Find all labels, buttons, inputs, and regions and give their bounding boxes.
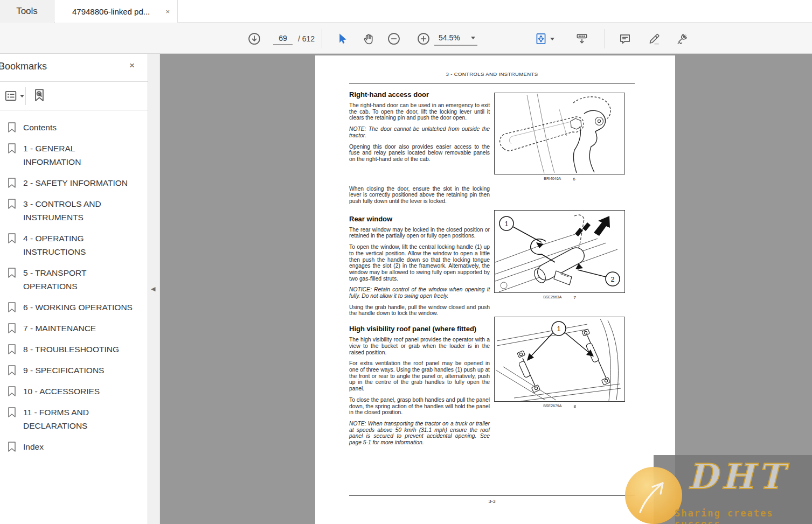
bookmark-item-13[interactable]: Index [0,436,144,457]
highlight-icon[interactable] [647,31,662,46]
tab-document-label: 47948806-linked pd... [72,7,161,16]
section-heading: High visibility roof panel (where fitted… [349,325,490,333]
bookmark-item-2[interactable]: 1 - GENERAL INFORMATION [0,138,144,172]
zoom-level-value: 54.5% [439,33,460,42]
bookmark-item-label: 11 - FORMS AND DECLARATIONS [23,406,135,432]
bookmark-item-3[interactable]: 2 - SAFETY INFORMATION [0,172,144,193]
figure-roof-panel: 1 BSE2679A 8 [494,317,625,409]
document-viewport[interactable]: 3 - CONTROLS AND INSTRUMENTS Right-hand … [160,54,812,524]
bookmark-item-5[interactable]: 4 - OPERATING INSTRUCTIONS [0,228,144,262]
select-tool-icon[interactable] [334,31,349,46]
note-paragraph: NOTICE: Retain control of the window whe… [349,287,490,299]
bookmark-item-1[interactable]: Contents [0,117,144,138]
bookmark-item-10[interactable]: 9 - SPECIFICATIONS [0,360,144,381]
bookmark-item-4[interactable]: 3 - CONTROLS AND INSTRUMENTS [0,193,144,228]
paragraph: To close the panel, grasp both handles a… [349,397,490,416]
bookmark-item-label: 8 - TROUBLESHOOTING [23,343,119,356]
sign-icon[interactable] [675,31,690,46]
bookmarks-toolbar [0,82,148,110]
bookmark-icon [7,407,17,418]
paragraph: Opening this door also provides easier a… [349,144,490,163]
watermark-tagline: Sharing creates success [675,508,812,524]
bookmark-item-label: 6 - WORKING OPERATIONS [23,301,133,314]
chevron-down-icon [471,37,475,39]
figure-rear-window: 1 2 BSE2663A 7 [494,210,625,300]
divider [25,87,26,105]
bookmark-icon [7,302,17,313]
bookmark-item-label: 5 - TRANSPORT OPERATIONS [23,266,135,293]
watermark-logo-text: DHT [688,456,787,497]
tab-tools-label: Tools [16,6,38,17]
paragraph: For extra ventilation the roof panel may… [349,360,490,392]
toolbar-divider [322,29,322,48]
footer-rule [349,495,635,496]
bookmark-item-11[interactable]: 10 - ACCESSORIES [0,381,144,402]
figure-number: 7 [573,295,575,300]
tab-document[interactable]: 47948806-linked pd... × [55,0,178,23]
tab-close-icon[interactable]: × [165,8,170,16]
bookmark-icon [7,323,17,334]
bookmark-item-label: 4 - OPERATING INSTRUCTIONS [23,232,135,258]
paragraph: The high visibility roof panel provides … [349,337,490,355]
paragraph: The rear window may be locked in the clo… [349,227,490,239]
zoom-level-select[interactable]: 54.5% [434,32,477,46]
bookmark-icon [7,177,17,188]
bookmarks-header: Bookmarks × [0,54,148,82]
hand-tool-icon[interactable] [361,31,376,46]
page-text-column: Right-hand access door The right-hand do… [349,83,490,451]
watermark-backdrop [654,455,812,524]
bookmark-icon [7,267,17,278]
bookmark-item-label: Contents [23,121,57,134]
bookmark-item-9[interactable]: 8 - TROUBLESHOOTING [0,339,144,360]
collapse-panel-icon[interactable]: ◀ [151,285,155,292]
bookmark-item-label: 7 - MAINTENANCE [23,322,96,335]
tab-bar: Tools 47948806-linked pd... × [0,0,812,23]
bookmark-item-7[interactable]: 6 - WORKING OPERATIONS [0,297,144,318]
bookmarks-list: Contents 1 - GENERAL INFORMATION 2 - SAF… [0,110,148,457]
bookmark-icon [7,233,17,244]
paragraph: Using the grab handle, pull the window c… [349,304,490,317]
bookmark-item-label: 3 - CONTROLS AND INSTRUMENTS [23,197,135,224]
bookmark-icon [7,441,17,452]
bookmark-icon [7,198,17,209]
section-heading: Right-hand access door [349,90,490,99]
figure-number: 8 [573,404,575,409]
zoom-out-icon[interactable] [386,31,401,46]
hide-toolbar-icon[interactable] [574,31,589,46]
bookmark-item-6[interactable]: 5 - TRANSPORT OPERATIONS [0,262,144,297]
bookmark-item-label: 2 - SAFETY INFORMATION [23,176,128,190]
close-icon[interactable]: × [129,60,135,71]
bookmark-item-12[interactable]: 11 - FORMS AND DECLARATIONS [0,402,144,436]
bookmark-item-8[interactable]: 7 - MAINTENANCE [0,318,144,339]
page-number-input[interactable] [273,32,293,45]
find-current-bookmark-icon[interactable] [31,87,47,103]
zoom-in-icon[interactable] [416,31,431,46]
figure-access-door: BRI4046A 6 [494,93,625,181]
chevron-down-icon [550,38,554,40]
paragraph: When closing the door, ensure the slot i… [349,186,490,205]
section-heading: Rear window [349,215,490,223]
svg-text:1: 1 [505,220,509,228]
panel-collapse-gutter[interactable]: ◀ [148,54,160,524]
figure-code: BSE2663A [543,295,561,300]
chevron-down-icon [20,95,24,97]
paragraph: To open the window, lift the central loc… [349,244,490,282]
bookmark-item-label: 10 - ACCESSORIES [23,385,100,398]
bookmark-icon [7,143,17,154]
main-area: Bookmarks × [0,54,812,524]
svg-text:1: 1 [557,325,561,333]
note-paragraph: NOTE: The door cannot be unlatched from … [349,126,490,138]
toolbar-divider [605,29,605,48]
page-running-header: 3 - CONTROLS AND INSTRUMENTS [349,71,635,77]
fit-page-icon[interactable] [532,31,556,46]
bookmark-icon [7,365,17,376]
download-icon[interactable] [247,31,262,46]
svg-text:2: 2 [611,276,615,283]
pdf-page: 3 - CONTROLS AND INSTRUMENTS Right-hand … [315,55,675,524]
bookmark-options-icon[interactable] [3,88,24,103]
toolbar: / 612 54.5% [0,23,812,54]
bookmark-icon [7,344,17,355]
page-folio: 3-3 [349,499,635,504]
comment-icon[interactable] [617,31,633,46]
tab-tools[interactable]: Tools [0,0,54,23]
